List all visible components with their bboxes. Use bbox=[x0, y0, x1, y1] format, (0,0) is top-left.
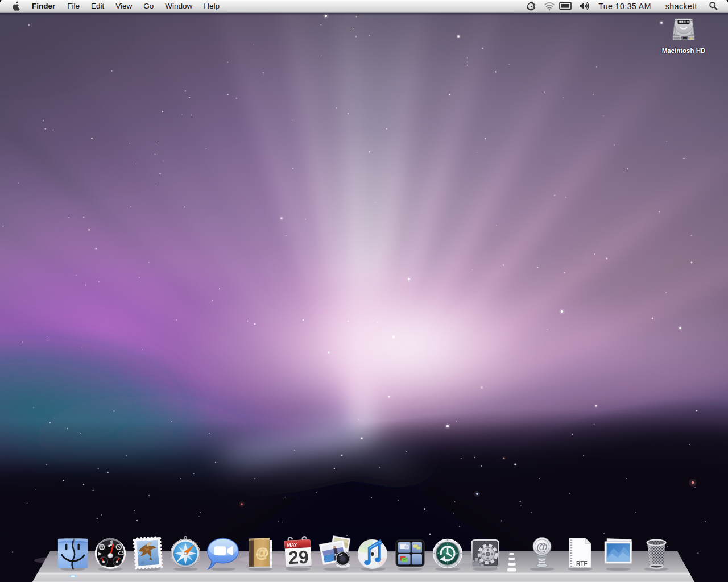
svg-text:@: @ bbox=[255, 545, 269, 560]
svg-text:30: 30 bbox=[140, 560, 144, 564]
svg-text:@: @ bbox=[100, 544, 105, 550]
svg-text:RTF: RTF bbox=[576, 560, 588, 567]
svg-text:30: 30 bbox=[140, 575, 144, 578]
svg-text:Macintosh HD: Macintosh HD bbox=[662, 47, 706, 54]
svg-text:@: @ bbox=[536, 541, 548, 553]
svg-text:RTF: RTF bbox=[576, 572, 588, 579]
svg-text:@: @ bbox=[255, 579, 269, 582]
svg-text:29: 29 bbox=[288, 546, 309, 568]
